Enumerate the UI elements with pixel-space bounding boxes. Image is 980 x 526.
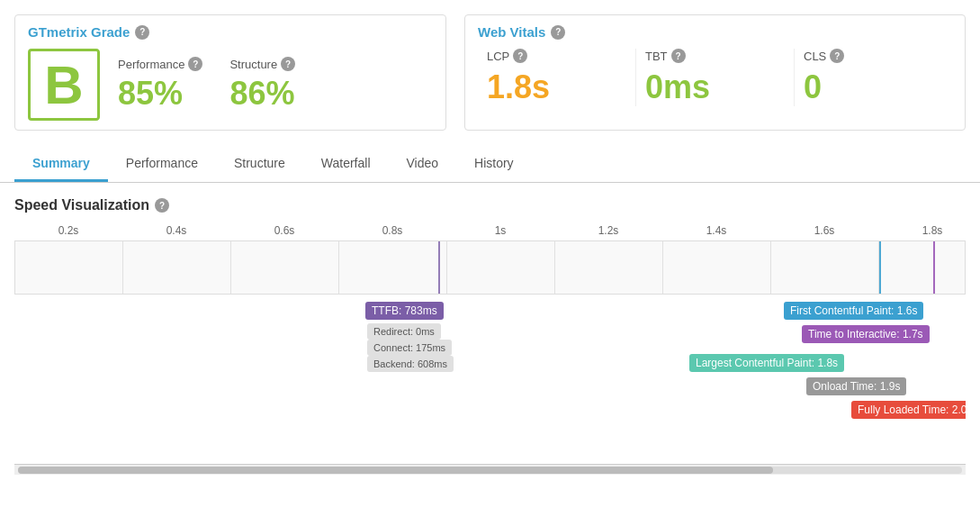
- annotation-fully: Fully Loaded Time: 2.0s: [851, 401, 966, 419]
- performance-value: 85%: [118, 75, 202, 113]
- performance-metric: Performance ? 85%: [118, 57, 202, 113]
- annotation-backend: Backend: 608ms: [367, 356, 454, 372]
- webvitals-help-icon[interactable]: ?: [551, 25, 565, 40]
- tabs-section: Summary Performance Structure Waterfall …: [0, 147, 980, 183]
- structure-help-icon[interactable]: ?: [281, 57, 295, 71]
- scale-10: 1s: [446, 224, 554, 237]
- lcp-help-icon[interactable]: ?: [513, 49, 527, 63]
- tab-waterfall[interactable]: Waterfall: [303, 147, 389, 182]
- lcp-value: 1.8s: [487, 68, 626, 106]
- scale-12: 1.2s: [554, 224, 662, 237]
- annotation-fcp: First Contentful Paint: 1.6s: [784, 302, 923, 320]
- horizontal-scrollbar[interactable]: [14, 464, 966, 475]
- annotation-redirect: Redirect: 0ms: [367, 323, 441, 340]
- tab-video[interactable]: Video: [389, 147, 457, 182]
- tbt-help-icon[interactable]: ?: [671, 49, 686, 63]
- lcp-vital: LCP ? 1.8s: [478, 49, 636, 106]
- tab-history[interactable]: History: [456, 147, 532, 182]
- scale-18: 1.8s: [878, 224, 980, 237]
- tab-performance[interactable]: Performance: [108, 147, 216, 182]
- tab-structure[interactable]: Structure: [216, 147, 303, 182]
- tbt-vital: TBT ? 0ms: [636, 49, 795, 106]
- tbt-value: 0ms: [645, 68, 785, 106]
- scale-06: 0.6s: [230, 224, 338, 237]
- speed-help-icon[interactable]: ?: [155, 198, 169, 213]
- scale-04: 0.4s: [122, 224, 230, 237]
- annotation-connect: Connect: 175ms: [367, 340, 452, 356]
- speed-visualization-section: Speed Visualization ? 0.2s 0.4s 0.6s 0.8…: [0, 183, 980, 475]
- web-vitals-box: Web Vitals ? LCP ? 1.8s TBT ? 0ms CLS: [464, 14, 966, 131]
- cls-value: 0: [804, 68, 943, 106]
- gtmetrix-help-icon[interactable]: ?: [135, 25, 149, 40]
- annotation-lcp: Largest Contentful Paint: 1.8s: [689, 354, 844, 372]
- annotation-ttfb: TTFB: 783ms: [365, 302, 444, 320]
- annotation-tti: Time to Interactive: 1.7s: [802, 325, 930, 343]
- structure-metric: Structure ? 86%: [229, 57, 295, 113]
- cls-vital: CLS ? 0: [795, 49, 952, 106]
- annotations-area: TTFB: 783ms Redirect: 0ms Connect: 175ms…: [14, 302, 966, 464]
- annotation-onload: Onload Time: 1.9s: [806, 377, 906, 395]
- cls-help-icon[interactable]: ?: [830, 49, 844, 63]
- tab-bar: Summary Performance Structure Waterfall …: [14, 147, 966, 182]
- scale-02: 0.2s: [14, 224, 122, 237]
- speed-title: Speed Visualization ?: [14, 197, 966, 213]
- performance-help-icon[interactable]: ?: [188, 57, 202, 71]
- structure-value: 86%: [229, 75, 295, 113]
- scale-08: 0.8s: [338, 224, 446, 237]
- tab-summary[interactable]: Summary: [14, 147, 108, 182]
- timeline-scale: 0.2s 0.4s 0.6s 0.8s 1s 1.2s 1.4s 1.6s 1.…: [14, 224, 966, 237]
- gtmetrix-title: GTmetrix Grade ?: [28, 24, 433, 40]
- scale-16: 1.6s: [770, 224, 878, 237]
- gtmetrix-grade-box: GTmetrix Grade ? B Performance ? 85% Str…: [14, 14, 446, 131]
- timeline-bar: [14, 240, 966, 295]
- scale-14: 1.4s: [662, 224, 770, 237]
- web-vitals-title: Web Vitals ?: [478, 24, 952, 40]
- grade-letter: B: [28, 49, 100, 121]
